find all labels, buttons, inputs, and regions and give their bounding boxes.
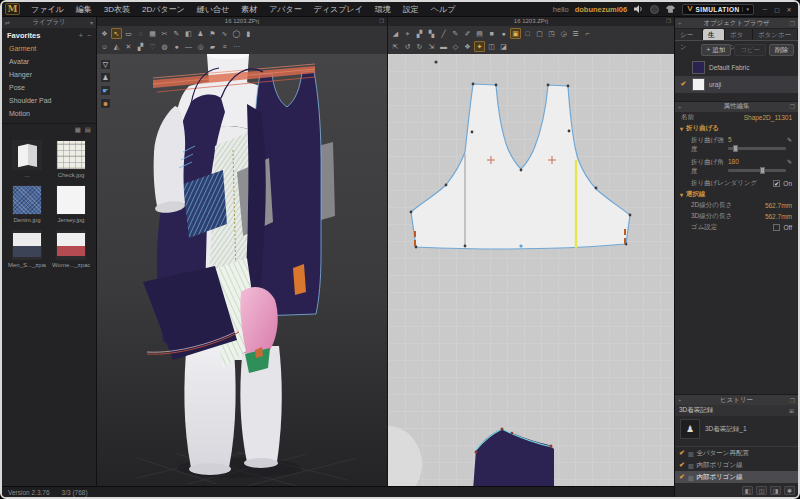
fabric-item[interactable]: ✔ uraji: [675, 76, 798, 93]
object-browser-tab[interactable]: ボタンホール: [753, 29, 798, 40]
elastic-tool[interactable]: ❖: [462, 41, 473, 52]
sidebar-item[interactable]: Motion: [2, 107, 96, 120]
fold-angle-slider[interactable]: [728, 169, 786, 172]
checkbox-checked-icon[interactable]: ✔: [773, 180, 780, 187]
sidebar-item[interactable]: Avatar: [2, 55, 96, 68]
checkbox-unchecked-icon[interactable]: [773, 224, 780, 231]
internal-rectangle-tool[interactable]: □: [522, 28, 533, 39]
add-panel-icon[interactable]: +: [678, 104, 682, 110]
topstitch-3d-tool[interactable]: ◎: [195, 41, 206, 52]
circumference-tool[interactable]: ◯: [231, 28, 242, 39]
show-arrangement-toggle[interactable]: ☛: [100, 85, 111, 96]
hem-midpoint[interactable]: [519, 244, 522, 247]
add-record-icon[interactable]: ⊞: [789, 407, 794, 414]
library-asset[interactable]: Jersey.jpg: [52, 185, 90, 223]
puckering-tool[interactable]: ▰: [207, 41, 218, 52]
add-fabric-button[interactable]: + 追加: [701, 44, 732, 56]
fold-strength-value[interactable]: 5: [728, 136, 783, 143]
steam-iron-tool[interactable]: ◧: [183, 28, 194, 39]
fold-strength-slider[interactable]: [728, 147, 786, 150]
selection-section-header[interactable]: ▾ 選択線: [675, 189, 798, 200]
pencil-icon[interactable]: ✎: [787, 136, 792, 143]
layout-one-icon[interactable]: ◧: [742, 486, 753, 495]
gizmo-world-tool[interactable]: ✕: [123, 41, 134, 52]
popout-icon[interactable]: ❐: [790, 103, 795, 110]
app-logo[interactable]: M: [5, 3, 20, 15]
attach-button-tool[interactable]: ◇: [450, 41, 461, 52]
fold-angle-value[interactable]: 180: [728, 158, 783, 165]
chevron-down-icon[interactable]: ▾: [742, 7, 749, 12]
object-browser-tab[interactable]: 生地: [703, 29, 725, 40]
maximize-button[interactable]: ▢: [772, 6, 782, 13]
avatar-display-tool[interactable]: ♟: [195, 28, 206, 39]
fabric-swatch[interactable]: [692, 61, 705, 74]
remove-favorite-icon[interactable]: −: [87, 32, 91, 39]
name-value[interactable]: Shape2D_11301: [744, 114, 792, 121]
account-status-icon[interactable]: [650, 5, 659, 14]
pencil-icon[interactable]: ✎: [787, 158, 792, 165]
transform-pattern-tool[interactable]: ◢: [390, 28, 401, 39]
dart-tool[interactable]: ◳: [546, 28, 557, 39]
ruler-tool[interactable]: ▮: [243, 28, 254, 39]
history-step[interactable]: ✔ ▥ 全パターン再配置: [675, 447, 798, 459]
username-label[interactable]: dobunezumi06: [575, 5, 628, 14]
menu-item[interactable]: ファイル: [25, 4, 70, 15]
select-mesh-tool[interactable]: ▦: [147, 28, 158, 39]
fold-section-header[interactable]: ▾ 折り曲げる: [675, 123, 798, 134]
popout-icon[interactable]: ❐: [790, 397, 795, 404]
library-asset[interactable]: ...: [8, 140, 46, 178]
show-garment-toggle[interactable]: ▽: [100, 59, 111, 70]
menu-item[interactable]: 縫い合せ: [191, 4, 235, 15]
menu-item[interactable]: 3D衣装: [98, 4, 136, 15]
menu-item[interactable]: アバター: [263, 4, 308, 15]
edit-pattern-tool[interactable]: ⌖: [402, 28, 413, 39]
simulation-button[interactable]: V SIMULATION ▾: [682, 4, 754, 15]
remove-pattern-tool[interactable]: ◪: [498, 41, 509, 52]
sew-segment-tool[interactable]: ⇱: [390, 41, 401, 52]
simulate-tool[interactable]: ❖: [99, 28, 110, 39]
more-tools[interactable]: ⋯: [231, 41, 242, 52]
minimize-button[interactable]: ─: [760, 6, 770, 13]
sidebar-item[interactable]: Pose: [2, 81, 96, 94]
library-asset[interactable]: Wome..._zpac: [52, 230, 90, 268]
speaker-icon[interactable]: [633, 4, 644, 15]
select-move-tool[interactable]: ↖: [111, 28, 122, 39]
swap-panel-icon[interactable]: ⇄: [5, 19, 10, 26]
slider-handle[interactable]: [760, 167, 765, 174]
layout-two-icon[interactable]: ◫: [756, 486, 767, 495]
sewing-tool[interactable]: ✎: [171, 28, 182, 39]
zipper-tool[interactable]: —: [183, 41, 194, 52]
show-avatar-parts-toggle[interactable]: ☻: [100, 98, 111, 109]
trace-tool[interactable]: ☰: [570, 28, 581, 39]
history-step[interactable]: ✔ ▥ 内部ポリゴン線: [675, 459, 798, 471]
internal-polygon-tool[interactable]: ▣: [510, 28, 521, 39]
filled-rectangle-tool[interactable]: ■: [486, 28, 497, 39]
add-point-tool[interactable]: ✎: [450, 28, 461, 39]
rectangle-pattern-tool[interactable]: ▤: [474, 28, 485, 39]
menu-item[interactable]: 設定: [397, 4, 425, 15]
history-step[interactable]: ✔ ▥ 内部ポリゴン線: [675, 471, 798, 483]
close-button[interactable]: ✕: [784, 6, 794, 13]
button-tool[interactable]: ◍: [159, 41, 170, 52]
fabric-direction-tool[interactable]: ▞: [135, 41, 146, 52]
settings-icon[interactable]: ✱: [784, 486, 795, 495]
fold-arrange-tool[interactable]: ▬: [438, 41, 449, 52]
menu-item[interactable]: ヘルプ: [425, 4, 462, 15]
menu-item[interactable]: ディスプレイ: [308, 4, 369, 15]
add-panel-icon[interactable]: +: [678, 397, 682, 403]
library-asset[interactable]: Denim.jpg: [8, 185, 46, 223]
canvas-2d[interactable]: [388, 54, 674, 486]
popout-icon[interactable]: ❐: [790, 20, 795, 27]
popout-icon[interactable]: ❐: [379, 17, 384, 26]
edit-point-tool[interactable]: ▞: [414, 28, 425, 39]
fabric-swatch[interactable]: [692, 78, 705, 91]
fabric-item[interactable]: Default Fabric: [675, 59, 798, 76]
buttonhole-tool[interactable]: ●: [171, 41, 182, 52]
circle-pattern-tool[interactable]: ●: [498, 28, 509, 39]
internal-circle-tool[interactable]: ▢: [534, 28, 545, 39]
internal-line-tool[interactable]: ✦: [474, 41, 485, 52]
object-browser-tab[interactable]: シーン: [675, 29, 703, 40]
edit-curve-point-tool[interactable]: ╱: [438, 28, 449, 39]
record-item[interactable]: ♟ 3D着装記録_1: [675, 416, 798, 442]
sew-mn-free-tool[interactable]: ⇲: [426, 41, 437, 52]
